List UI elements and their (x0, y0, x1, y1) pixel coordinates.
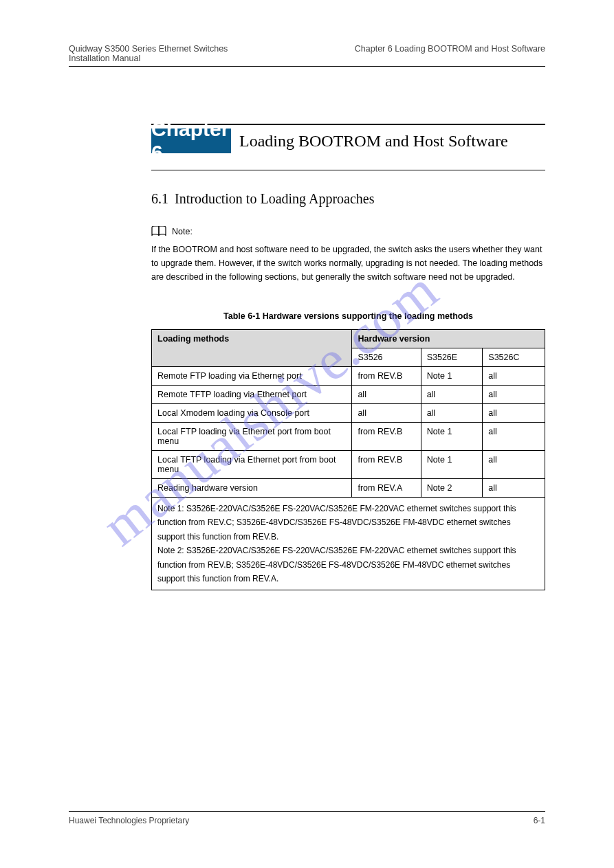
table-row: Remote TFTP loading via Ethernet port al… (152, 386, 545, 404)
page-footer: Huawei Technologies Proprietary 6-1 (69, 811, 545, 825)
section-rule-bottom (151, 170, 545, 170)
cell-method: Local TFTP loading via Ethernet port fro… (152, 451, 352, 479)
chapter-title: Loading BOOTROM and Host Software (231, 129, 508, 153)
content-area: Chapter 6 Loading BOOTROM and Host Softw… (151, 124, 545, 590)
subsection-heading: 6.1 Introduction to Loading Approaches (151, 191, 545, 207)
table-row: Reading hardware version from REV.A Note… (152, 479, 545, 498)
cell-s3526c: all (483, 423, 545, 451)
cell-method: Remote FTP loading via Ethernet port (152, 367, 352, 386)
cell-method: Reading hardware version (152, 479, 352, 498)
cell-s3526e: Note 1 (421, 423, 483, 451)
cell-method: Local Xmodem loading via Console port (152, 404, 352, 423)
cell-s3526e: Note 2 (421, 479, 483, 498)
book-icon (151, 226, 166, 237)
table-row: Remote FTP loading via Ethernet port fro… (152, 367, 545, 386)
cell-s3526: from REV.B (352, 367, 421, 386)
cell-s3526c: all (483, 367, 545, 386)
subsection-title: Introduction to Loading Approaches (175, 191, 375, 207)
note-body: If the BOOTROM and host software need to… (151, 243, 545, 284)
table-row: Local FTP loading via Ethernet port from… (152, 423, 545, 451)
cell-s3526: all (352, 386, 421, 404)
cell-s3526c: all (483, 451, 545, 479)
footer-left: Huawei Technologies Proprietary (69, 816, 189, 825)
footer-right: 6-1 (534, 816, 545, 825)
cell-s3526c: all (483, 386, 545, 404)
th-hardware: Hardware version (352, 330, 545, 348)
cell-s3526e: Note 1 (421, 367, 483, 386)
table-caption: Table 6-1 Hardware versions supporting t… (151, 311, 545, 321)
table-header-row: Loading methods Hardware version (152, 330, 545, 348)
table-row: Local TFTP loading via Ethernet port fro… (152, 451, 545, 479)
cell-method: Local FTP loading via Ethernet port from… (152, 423, 352, 451)
note-label: Note: (172, 227, 193, 236)
table-row: Local Xmodem loading via Console port al… (152, 404, 545, 423)
cell-s3526: from REV.A (352, 479, 421, 498)
cell-s3526e: all (421, 386, 483, 404)
th-s3526e: S3526E (421, 348, 483, 367)
cell-s3526c: all (483, 479, 545, 498)
subsection-number: 6.1 (151, 191, 168, 207)
cell-method: Remote TFTP loading via Ethernet port (152, 386, 352, 404)
cell-s3526e: Note 1 (421, 451, 483, 479)
header-right: Chapter 6 Loading BOOTROM and Host Softw… (355, 44, 545, 54)
table-notes: Note 1: S3526E-220VAC/S3526E FS-220VAC/S… (152, 498, 545, 590)
hardware-table: Loading methods Hardware version S3526 S… (151, 329, 545, 590)
page-header: Quidway S3500 Series Ethernet Switches I… (69, 44, 545, 67)
header-left: Quidway S3500 Series Ethernet Switches I… (69, 44, 228, 63)
chapter-badge: Chapter 6 (151, 129, 231, 153)
cell-s3526: from REV.B (352, 423, 421, 451)
th-methods: Loading methods (152, 330, 352, 367)
cell-s3526c: all (483, 404, 545, 423)
th-s3526: S3526 (352, 348, 421, 367)
cell-s3526e: all (421, 404, 483, 423)
th-s3526c: S3526C (483, 348, 545, 367)
cell-s3526: all (352, 404, 421, 423)
cell-s3526: from REV.B (352, 451, 421, 479)
table-notes-row: Note 1: S3526E-220VAC/S3526E FS-220VAC/S… (152, 498, 545, 590)
table-caption-text: Table 6-1 Hardware versions supporting t… (223, 311, 473, 321)
note-heading: Note: (151, 226, 545, 237)
section-heading: Chapter 6 Loading BOOTROM and Host Softw… (151, 129, 545, 153)
